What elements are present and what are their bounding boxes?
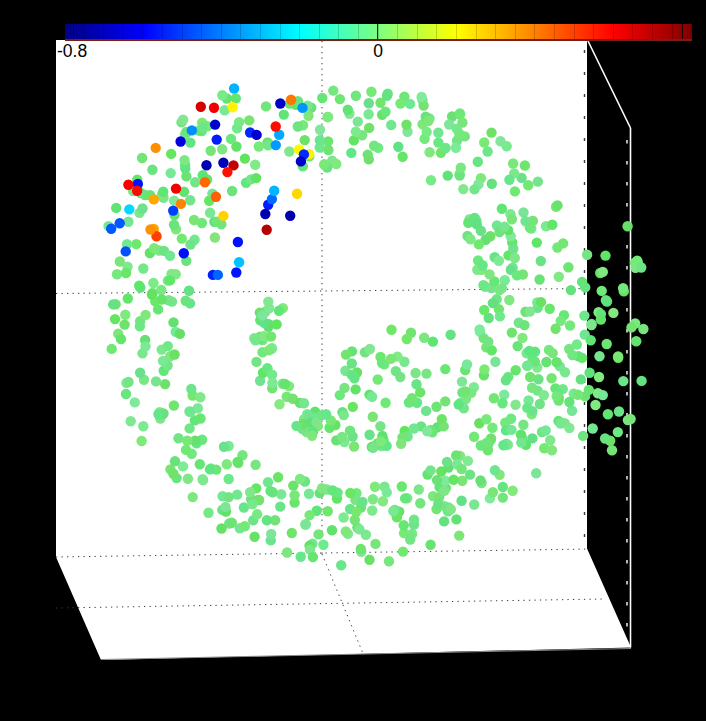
scatter-point (386, 354, 396, 364)
scatter-point (520, 216, 530, 226)
scatter-point (338, 512, 348, 522)
scatter-point (378, 496, 388, 506)
scatter-point (240, 153, 250, 163)
scatter-point (469, 184, 479, 194)
scatter-point (130, 397, 140, 407)
colorbar-tick-label-zero: 0 (373, 43, 383, 61)
scatter-point (137, 203, 147, 213)
scatter-point (274, 306, 284, 316)
scatter-point (552, 200, 562, 210)
scatter-point (234, 117, 244, 127)
scatter-point-colored (260, 209, 270, 219)
scatter-point (625, 414, 635, 424)
scatter-point (613, 427, 623, 437)
scatter-point (205, 208, 215, 218)
scatter-point (380, 398, 390, 408)
scatter-point (462, 359, 472, 369)
scatter-point (267, 378, 277, 388)
scatter-point-colored (212, 134, 222, 144)
scatter-point (564, 397, 574, 407)
scatter-point-colored (211, 192, 221, 202)
scatter-point (483, 337, 493, 347)
scatter-point (287, 528, 297, 538)
scatter-point (182, 436, 192, 446)
scatter-point (226, 134, 236, 144)
scatter-point (206, 146, 216, 156)
scatter-point (151, 376, 161, 386)
scatter-point (224, 492, 234, 502)
scatter-point (296, 552, 306, 562)
scatter-point (638, 324, 648, 334)
scatter-point (249, 532, 259, 542)
scatter-point (140, 341, 150, 351)
scatter-point (536, 256, 546, 266)
scatter-point (527, 433, 537, 443)
scatter-point (451, 514, 461, 524)
scatter-point (244, 115, 254, 125)
scatter-point (469, 499, 479, 509)
scatter-point (469, 432, 479, 442)
scatter-point (572, 339, 582, 349)
scatter-point (321, 409, 331, 419)
colorbar-segments (65, 24, 692, 39)
scatter-point (107, 344, 117, 354)
scatter-point (376, 436, 386, 446)
scatter-point (308, 552, 318, 562)
scatter-point (445, 330, 455, 340)
scatter-point (183, 474, 193, 484)
scatter-point (357, 497, 367, 507)
scatter-point (409, 514, 419, 524)
scatter-point (490, 357, 500, 367)
scatter-point (328, 485, 338, 495)
scatter-point (448, 475, 458, 485)
scatter-point (197, 474, 207, 484)
scatter-point (405, 534, 415, 544)
scatter-point (210, 232, 220, 242)
scatter-point (266, 529, 276, 539)
scatter-point (498, 492, 508, 502)
scatter-point (291, 421, 301, 431)
scatter-point (138, 421, 148, 431)
scatter-point (579, 310, 589, 320)
scatter-point (158, 187, 168, 197)
scatter-point (217, 144, 227, 154)
scatter-point (451, 450, 461, 460)
scatter-point (367, 505, 377, 515)
scatter-point (170, 456, 180, 466)
scatter-point (440, 364, 450, 374)
scatter-point (477, 260, 487, 270)
scatter-point (626, 322, 636, 332)
colorbar-tick (682, 24, 683, 39)
scatter-point (116, 334, 126, 344)
scatter-point (425, 465, 435, 475)
scatter-point (482, 146, 492, 156)
scatter-point (603, 409, 613, 419)
scatter-point (487, 423, 497, 433)
scatter-point (190, 177, 200, 187)
scatter-point-colored (231, 267, 241, 277)
plot-area (0, 0, 706, 721)
scatter-point (349, 441, 359, 451)
scatter-point (456, 163, 466, 173)
scatter-point (364, 555, 374, 565)
scatter-point (545, 304, 555, 314)
scatter-point (510, 186, 520, 196)
scatter-point (454, 399, 464, 409)
scatter-point (304, 510, 314, 520)
scatter-point (584, 368, 594, 378)
scatter-point (432, 475, 442, 485)
scatter-point (301, 519, 311, 529)
scatter-point-colored (285, 211, 295, 221)
scatter-point (525, 306, 535, 316)
scatter-point (397, 481, 407, 491)
scatter-point (119, 319, 129, 329)
scatter-point (349, 135, 359, 145)
scatter-point (184, 286, 194, 296)
scatter-point (488, 487, 498, 497)
scatter-point-colored (200, 177, 210, 187)
scatter-point (250, 335, 260, 345)
scatter-point (323, 145, 333, 155)
scatter-point (519, 320, 529, 330)
scatter-point (217, 90, 227, 100)
scatter-point (594, 372, 604, 382)
